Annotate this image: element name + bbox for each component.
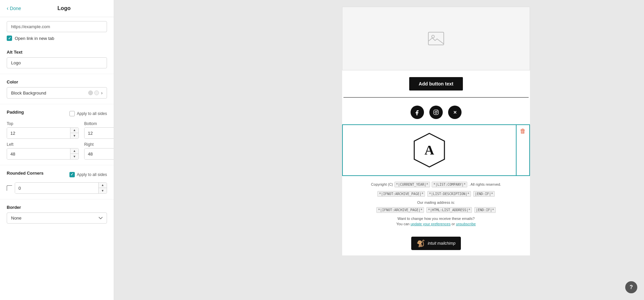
you-can-row: You can update your preferences or unsub…: [349, 222, 523, 226]
rounded-stepper-buttons: ▲ ▼: [98, 183, 107, 193]
logo-hexagon: A: [411, 132, 448, 169]
mailchimp-block: 🐒 intuit mailchimp: [342, 231, 530, 255]
rounded-header: Rounded Corners Apply to all sides: [7, 171, 107, 178]
padding-top-group: Top ▲ ▼: [7, 121, 79, 139]
left-panel: ‹ Done Logo Open link in new tab Alt Tex…: [0, 0, 114, 300]
rounded-apply-all-checkbox[interactable]: [69, 172, 75, 177]
top-increment-btn[interactable]: ▲: [70, 128, 78, 133]
panel-header: ‹ Done Logo: [0, 0, 114, 17]
middle-spacer: [114, 0, 228, 300]
border-label: Border: [7, 205, 107, 210]
right-label: Right: [84, 142, 114, 147]
top-stepper: ▲ ▼: [7, 127, 79, 139]
alt-text-label: Alt Text: [7, 50, 107, 55]
padding-left-group: Left ▲ ▼: [7, 142, 79, 160]
archive-tag2: *|IFNOT:ARCHIVE_PAGE|*: [376, 207, 424, 213]
padding-header: Padding Apply to all sides: [7, 110, 107, 117]
address-row: *|IFNOT:ARCHIVE_PAGE|* *|HTML:LIST_ADDRE…: [349, 206, 523, 213]
current-year-tag: *|CURRENT_YEAR|*: [394, 182, 430, 187]
color-section: Color Block Background ›: [0, 74, 114, 104]
x-twitter-icon[interactable]: ✕: [448, 106, 462, 119]
rounded-stepper: ▲ ▼: [15, 182, 107, 194]
back-arrow-icon: ‹: [7, 5, 8, 11]
color-label: Color: [7, 79, 107, 84]
instagram-icon[interactable]: [429, 106, 443, 119]
divider-block: [342, 97, 530, 100]
copyright-text: Copyright (C) *|CURRENT_YEAR|* *|LIST:CO…: [349, 181, 523, 188]
mailchimp-monkey-icon: 🐒: [417, 239, 425, 247]
left-decrement-btn[interactable]: ▼: [70, 154, 78, 159]
mailchimp-badge[interactable]: 🐒 intuit mailchimp: [411, 237, 461, 250]
end-if-tag: |END:IF|*: [473, 191, 495, 197]
border-select[interactable]: None: [7, 213, 107, 224]
image-placeholder-icon: [428, 32, 444, 45]
padding-right-group: Right ▲ ▼: [84, 142, 114, 160]
back-button[interactable]: ‹ Done: [7, 5, 21, 11]
left-stepper-buttons: ▲ ▼: [70, 148, 78, 159]
logo-block[interactable]: A: [342, 124, 517, 176]
rounded-input[interactable]: [15, 183, 98, 193]
url-section: [0, 17, 114, 32]
alt-text-section: Alt Text: [0, 44, 114, 74]
change-text: Want to change how you receive these ema…: [349, 217, 523, 221]
unsubscribe-link[interactable]: unsubscribe: [456, 222, 476, 226]
chevron-right-icon: ›: [101, 90, 103, 96]
rounded-label: Rounded Corners: [7, 171, 44, 176]
padding-label: Padding: [7, 110, 24, 115]
rounded-decrement-btn[interactable]: ▼: [99, 188, 107, 193]
left-stepper: ▲ ▼: [7, 148, 79, 160]
padding-apply-all-label: Apply to all sides: [77, 111, 107, 116]
color-select-row[interactable]: Block Background ›: [7, 87, 107, 99]
delete-icon[interactable]: 🗑: [520, 128, 526, 135]
rounded-apply-all-label: Apply to all sides: [77, 172, 107, 177]
svg-point-3: [435, 111, 437, 113]
list-desc-tag: *|LIST:DESCRIPTION|*: [427, 191, 471, 197]
svg-point-4: [437, 111, 438, 111]
bottom-stepper: ▲ ▼: [84, 127, 114, 139]
delete-handle: 🗑: [517, 124, 530, 176]
right-input[interactable]: [85, 148, 114, 159]
bottom-label: Bottom: [84, 121, 114, 126]
back-label: Done: [10, 6, 21, 11]
panel-title: Logo: [21, 5, 107, 11]
bottom-input[interactable]: [85, 128, 114, 138]
logo-block-wrapper: A 🗑: [342, 124, 530, 176]
color-circle-2: [94, 91, 99, 95]
alt-text-input[interactable]: [7, 57, 107, 68]
new-tab-checkbox[interactable]: [7, 36, 12, 41]
padding-grid: Top ▲ ▼ Bottom ▲ ▼: [7, 121, 107, 160]
svg-rect-0: [428, 32, 444, 45]
color-value: Block Background: [11, 91, 46, 96]
color-circles: [88, 91, 99, 95]
left-increment-btn[interactable]: ▲: [70, 148, 78, 154]
email-preview: Add button text ✕: [342, 7, 530, 255]
html-addr-tag: *|HTML:LIST_ADDRESS|*: [426, 207, 472, 213]
help-button[interactable]: ?: [625, 281, 637, 293]
top-decrement-btn[interactable]: ▼: [70, 133, 78, 138]
image-block[interactable]: [342, 7, 530, 70]
top-input[interactable]: [7, 128, 70, 138]
new-tab-row: Open link in new tab: [0, 32, 114, 44]
social-block: ✕: [342, 100, 530, 124]
padding-apply-all-row: Apply to all sides: [69, 111, 107, 116]
update-prefs-link[interactable]: update your preferences: [411, 222, 450, 226]
padding-section: Padding Apply to all sides Top ▲ ▼: [0, 104, 114, 165]
new-tab-label: Open link in new tab: [15, 36, 54, 41]
rounded-section: Rounded Corners Apply to all sides ▲ ▼: [0, 165, 114, 199]
button-block: Add button text: [342, 70, 530, 97]
right-stepper: ▲ ▼: [84, 148, 114, 160]
url-input[interactable]: [7, 21, 107, 32]
main-content: Add button text ✕: [228, 0, 644, 300]
facebook-icon[interactable]: [411, 106, 424, 119]
list-company-tag: *|LIST:COMPANY|*: [432, 182, 467, 187]
archive-tag: *|IFNOT:ARCHIVE_PAGE|*: [377, 191, 425, 197]
svg-rect-2: [434, 110, 438, 115]
rounded-increment-btn[interactable]: ▲: [99, 183, 107, 188]
hexagon-logo-svg: A: [411, 132, 448, 169]
top-label: Top: [7, 121, 79, 126]
divider-line: [343, 97, 529, 98]
padding-apply-all-checkbox[interactable]: [69, 111, 75, 116]
add-button-text[interactable]: Add button text: [409, 77, 463, 91]
left-input[interactable]: [7, 148, 70, 159]
end-if-tag2: |END:IF|*: [474, 207, 496, 213]
